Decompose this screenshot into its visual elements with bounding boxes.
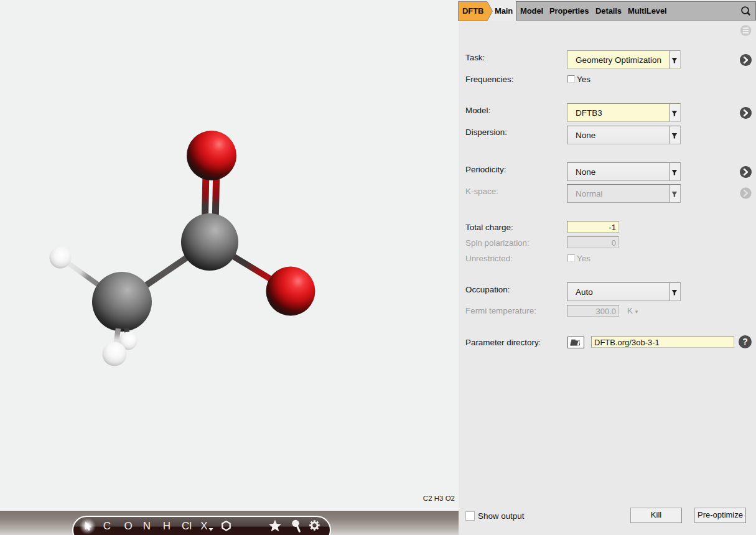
svg-text:Cl: Cl xyxy=(182,520,192,532)
svg-text:C: C xyxy=(103,520,111,532)
svg-text:H: H xyxy=(163,520,170,532)
svg-text:X: X xyxy=(200,520,207,532)
svg-text:O: O xyxy=(124,520,132,532)
svg-text:N: N xyxy=(143,520,151,532)
